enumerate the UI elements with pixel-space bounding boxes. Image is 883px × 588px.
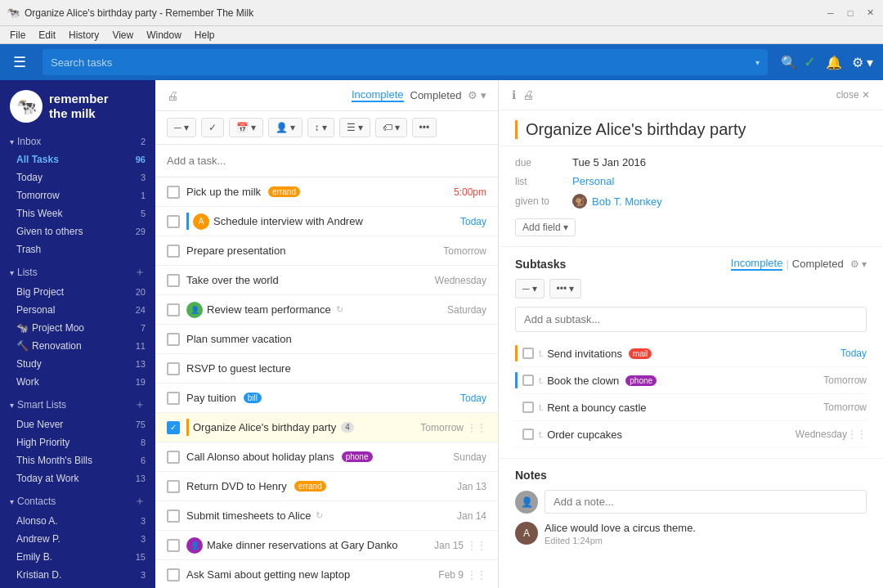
task-checkbox[interactable] [167,539,180,552]
subtask-add-input[interactable] [515,307,867,332]
sidebar-item-tomorrow[interactable]: Tomorrow 1 [0,186,155,204]
complete-button[interactable]: ✓ [201,118,224,137]
task-item[interactable]: Plan summer vacation [155,325,498,354]
sort-button[interactable]: ↕ ▾ [307,118,334,137]
task-item[interactable]: Prepare presentation Tomorrow [155,236,498,266]
subtasks-tab-completed[interactable]: Completed [792,258,844,270]
sidebar-item-project-moo[interactable]: 🐄 Project Moo 7 [0,319,155,337]
menu-help[interactable]: Help [188,26,222,43]
bell-icon[interactable]: 🔔 [826,55,842,70]
subtask-item[interactable]: t. Order cupcakes Wednesday ⋮⋮ [515,421,867,448]
search-dropdown-icon[interactable]: ▾ [755,58,760,67]
task-item[interactable]: Ask Sami about getting new laptop Feb 9 … [155,560,498,588]
postpone-button[interactable]: 📅 ▾ [229,118,263,137]
sidebar-item-given-to-others[interactable]: Given to others 29 [0,222,155,240]
hamburger-button[interactable]: ☰ [10,50,29,74]
sidebar-item-emily[interactable]: Emily B. 15 [0,548,155,566]
sidebar-item-work[interactable]: Work 19 [0,373,155,391]
info-icon[interactable]: ℹ [512,88,516,101]
task-checkbox[interactable] [167,568,180,581]
sidebar-item-omar[interactable]: Omar K. 5 [0,584,155,588]
task-item[interactable]: RSVP to guest lecture [155,354,498,384]
detail-close-button[interactable]: close ✕ [836,89,870,101]
task-item[interactable]: 👤 Review team performance ↻ Saturday [155,295,498,325]
subtask-item[interactable]: t. Book the clown phone Tomorrow [515,367,867,394]
task-item[interactable]: Pay tuition bill Today [155,384,498,413]
menu-edit[interactable]: Edit [32,26,62,43]
add-contact-icon[interactable]: ＋ [134,494,146,509]
subtasks-settings-icon[interactable]: ⚙ ▾ [850,258,867,270]
sidebar-item-alonso[interactable]: Alonso A. 3 [0,512,155,530]
print-icon[interactable]: 🖨 [522,88,534,101]
sidebar-item-renovation[interactable]: 🔨 Renovation 11 [0,337,155,355]
contact-name[interactable]: Bob T. Monkey [592,195,662,208]
task-checkbox[interactable] [167,421,180,434]
subtask-item[interactable]: t. Rent a bouncy castle Tomorrow [515,394,867,421]
task-item[interactable]: Pick up the milk errand 5:00pm [155,177,498,207]
menu-file[interactable]: File [3,26,32,43]
add-list-icon[interactable]: ＋ [134,265,146,280]
task-checkbox[interactable] [167,186,180,199]
sidebar-item-this-week[interactable]: This Week 5 [0,204,155,222]
subtask-checkbox[interactable] [522,348,534,359]
sidebar-section-contacts-header[interactable]: ▾ Contacts ＋ [0,491,155,512]
add-smart-list-icon[interactable]: ＋ [134,397,146,412]
sidebar-item-kristian[interactable]: Kristian D. 3 [0,566,155,584]
task-checkbox[interactable] [167,274,180,287]
task-checkbox[interactable] [167,333,180,346]
select-action-button[interactable]: ─ ▾ [167,118,196,137]
subtask-checkbox[interactable] [522,375,534,386]
panel-settings-icon[interactable]: ⚙ ▾ [468,89,486,101]
search-input[interactable] [51,56,752,69]
task-checkbox[interactable] [167,509,180,523]
subtask-checkbox[interactable] [522,402,534,413]
sidebar-section-lists-header[interactable]: ▾ Lists ＋ [0,262,155,283]
task-item[interactable]: Return DVD to Henry errand Jan 13 [155,472,498,501]
tab-incomplete[interactable]: Incomplete [352,88,404,102]
minimize-button[interactable]: ─ [824,7,837,20]
task-item[interactable]: A Schedule interview with Andrew Today [155,207,498,236]
task-item-selected[interactable]: Organize Alice's birthday party 4 Tomorr… [155,413,498,442]
sidebar-item-today-at-work[interactable]: Today at Work 13 [0,469,155,487]
task-item[interactable]: 👤 Make dinner reservations at Gary Danko… [155,531,498,560]
maximize-button[interactable]: □ [844,7,857,20]
menu-history[interactable]: History [62,26,105,43]
settings-icon[interactable]: ⚙ ▾ [852,55,873,70]
note-add-input[interactable] [545,490,867,514]
close-button[interactable]: ✕ [863,7,876,20]
tab-completed[interactable]: Completed [410,89,462,101]
search-icon[interactable]: 🔍 [781,55,797,70]
task-checkbox[interactable] [167,245,180,258]
sidebar-item-high-priority[interactable]: High Priority 8 [0,433,155,451]
tag-button[interactable]: 🏷 ▾ [375,118,407,137]
sidebar-section-inbox-header[interactable]: ▾ Inbox 2 [0,132,155,150]
view-button[interactable]: ☰ ▾ [339,118,370,137]
task-checkbox[interactable] [167,362,180,375]
subtask-item[interactable]: t. Send invitations mail Today [515,340,867,367]
task-item[interactable]: Submit timesheets to Alice ↻ Jan 14 [155,501,498,531]
sidebar-item-today[interactable]: Today 3 [0,168,155,186]
sidebar-item-all-tasks[interactable]: All Tasks 96 [0,150,155,168]
sidebar-item-this-months-bills[interactable]: This Month's Bills 6 [0,451,155,469]
task-item[interactable]: Call Alonso about holiday plans phone Su… [155,442,498,472]
subtask-checkbox[interactable] [522,429,534,440]
task-checkbox[interactable] [167,480,180,493]
sidebar-item-study[interactable]: Study 13 [0,355,155,373]
task-item[interactable]: Take over the world Wednesday [155,266,498,295]
task-checkbox[interactable] [167,215,180,228]
print-icon[interactable]: 🖨 [167,89,178,102]
priority-button[interactable]: 👤 ▾ [268,118,303,137]
sidebar-section-smart-lists-header[interactable]: ▾ Smart Lists ＋ [0,394,155,415]
task-checkbox[interactable] [167,451,180,464]
sidebar-item-personal[interactable]: Personal 24 [0,301,155,319]
sidebar-item-due-never[interactable]: Due Never 75 [0,415,155,433]
menu-view[interactable]: View [105,26,140,43]
sidebar-item-andrew[interactable]: Andrew P. 3 [0,530,155,548]
subtasks-tab-incomplete[interactable]: Incomplete [731,257,783,271]
task-checkbox[interactable] [167,303,180,316]
more-button[interactable]: ••• [412,118,437,137]
sidebar-item-trash[interactable]: Trash [0,240,155,258]
subtask-more-button[interactable]: ••• ▾ [549,279,582,298]
sidebar-item-big-project[interactable]: Big Project 20 [0,283,155,301]
task-add-input[interactable] [167,151,486,170]
